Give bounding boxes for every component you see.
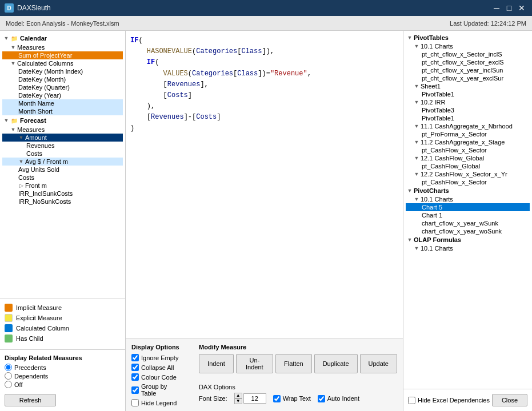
- off-radio-item[interactable]: Off: [5, 381, 121, 388]
- wrap-text-item[interactable]: Wrap Text: [273, 395, 311, 402]
- pt-sheet1-toggle[interactable]: ▼: [414, 83, 419, 89]
- chart-cflow-wsunk[interactable]: chart_cflow_x_year_wSunk: [406, 219, 530, 227]
- front-m-toggle[interactable]: ▷: [18, 183, 24, 188]
- pt-12-2-sector-yr[interactable]: ▼ 12.2 CashFlow_x_Sector_x_Yr: [406, 170, 530, 178]
- amount-item[interactable]: ▼ Amount: [2, 134, 123, 142]
- calc-columns-toggle[interactable]: ▼: [10, 61, 16, 66]
- pt-cflow-year-incl[interactable]: pt_cht_cflow_x_year_inclSun: [406, 66, 530, 74]
- auto-indent-item[interactable]: Auto Indent: [318, 395, 359, 402]
- pt-cflow-incls[interactable]: pt_cht_cflow_x_Sector_inclS: [406, 50, 530, 58]
- forecast-section[interactable]: ▼ 📁 Forecast: [2, 115, 123, 126]
- costs-item[interactable]: Costs: [2, 174, 123, 182]
- costs-child-item[interactable]: Costs: [2, 150, 123, 158]
- avg-units-item[interactable]: Avg Units Sold: [2, 166, 123, 174]
- pt-cflow-year-excl[interactable]: pt_cht_cflow_x_year_exclSur: [406, 74, 530, 82]
- calendar-toggle[interactable]: ▼: [3, 35, 9, 41]
- pt-cashflow-global[interactable]: pt_CashFlow_Global: [406, 162, 530, 170]
- datekey-quarter-item[interactable]: DateKey (Quarter): [2, 83, 123, 91]
- datekey-month-index-item[interactable]: DateKey (Month Index): [2, 67, 123, 75]
- pt-12-1-toggle[interactable]: ▼: [414, 155, 419, 161]
- month-short-item[interactable]: Month Short: [2, 107, 123, 115]
- pivot-tables-section[interactable]: ▼ PivotTables: [406, 33, 530, 42]
- auto-indent-checkbox[interactable]: [318, 395, 325, 402]
- code-editor[interactable]: IF( HASONEVALUE(Categories[Class]), IF( …: [126, 31, 403, 339]
- hide-legend-checkbox[interactable]: [131, 399, 139, 406]
- dependents-radio[interactable]: [5, 372, 12, 380]
- pt-11-1-toggle[interactable]: ▼: [414, 123, 419, 129]
- avg-front-item[interactable]: ▼ Avg $ / Front m: [2, 158, 123, 166]
- pt-10-1-toggle[interactable]: ▼: [414, 43, 419, 49]
- window-close-button[interactable]: ✕: [516, 2, 527, 14]
- refresh-button[interactable]: Refresh: [5, 394, 56, 406]
- pt-12-2-toggle[interactable]: ▼: [414, 171, 419, 177]
- ignore-empty-checkbox[interactable]: [131, 354, 139, 361]
- minimize-button[interactable]: ─: [491, 2, 502, 14]
- pivot-charts-section[interactable]: ▼ PivotCharts: [406, 186, 530, 195]
- amount-toggle[interactable]: ▼: [18, 135, 24, 140]
- wrap-text-checkbox[interactable]: [273, 395, 281, 402]
- olap-toggle[interactable]: ▼: [407, 237, 413, 243]
- collapse-all-item[interactable]: Collapse All: [131, 364, 182, 371]
- pt-12-1-global[interactable]: ▼ 12.1 CashFlow_Global: [406, 154, 530, 162]
- irr-no-item[interactable]: IRR_NoSunkCosts: [2, 198, 123, 206]
- chart-cflow-wosunk[interactable]: chart_cflow_x_year_woSunk: [406, 227, 530, 235]
- off-radio[interactable]: [5, 381, 12, 388]
- precedents-radio[interactable]: [5, 364, 12, 371]
- precedents-radio-item[interactable]: Precedents: [5, 364, 121, 371]
- chart-1-item[interactable]: Chart 1: [406, 211, 530, 219]
- pt-sheet1[interactable]: ▼ Sheet1: [406, 82, 530, 90]
- unindent-button[interactable]: Un-Indent: [236, 354, 273, 373]
- font-size-down[interactable]: ▼: [234, 398, 242, 404]
- sum-project-year-item[interactable]: Sum of ProjectYear: [2, 51, 123, 59]
- calendar-section[interactable]: ▼ 📁 Calendar: [2, 33, 123, 43]
- pc-10-1-toggle[interactable]: ▼: [414, 196, 419, 202]
- update-button[interactable]: Update: [360, 354, 397, 373]
- pt-cflow-excls[interactable]: pt_cht_cflow_x_Sector_exclS: [406, 58, 530, 66]
- olap-10-1-toggle[interactable]: ▼: [414, 245, 419, 251]
- measures-toggle[interactable]: ▼: [10, 45, 16, 50]
- month-name-item[interactable]: Month Name: [2, 99, 123, 107]
- pt-cashflow-sector[interactable]: pt_CashFlow_x_Sector: [406, 146, 530, 154]
- pt-11-2-cash[interactable]: ▼ 11.2 CashAggregate_x_Stage: [406, 138, 530, 146]
- pt-pivottable3[interactable]: PivotTable3: [406, 106, 530, 114]
- olap-10-1-charts[interactable]: ▼ 10.1 Charts: [406, 244, 530, 252]
- maximize-button[interactable]: □: [503, 2, 515, 14]
- pt-pivottable1-a[interactable]: PivotTable1: [406, 90, 530, 98]
- pt-10-1-charts[interactable]: ▼ 10.1 Charts: [406, 42, 530, 50]
- font-size-input[interactable]: 12: [243, 393, 266, 404]
- colour-code-checkbox[interactable]: [131, 373, 139, 381]
- pt-11-2-toggle[interactable]: ▼: [414, 139, 419, 145]
- revenues-child-item[interactable]: Revenues: [2, 142, 123, 150]
- pivot-charts-toggle[interactable]: ▼: [407, 188, 413, 194]
- right-tree-area[interactable]: ▼ PivotTables ▼ 10.1 Charts pt_cht_cflow…: [403, 31, 532, 389]
- group-by-table-checkbox[interactable]: [131, 386, 139, 394]
- calc-columns-folder[interactable]: ▼ Calculated Columns: [2, 59, 123, 67]
- pt-proforma[interactable]: pt_ProForma_x_Sector: [406, 130, 530, 138]
- hide-legend-item[interactable]: Hide Legend: [131, 399, 182, 406]
- forecast-measures-folder[interactable]: ▼ Measures: [2, 126, 123, 134]
- avg-front-toggle[interactable]: ▼: [18, 159, 24, 164]
- olap-section[interactable]: ▼ OLAP Formulas: [406, 235, 530, 244]
- pc-10-1-charts[interactable]: ▼ 10.1 Charts: [406, 195, 530, 203]
- colour-code-item[interactable]: Colour Code: [131, 373, 182, 381]
- measures-folder[interactable]: ▼ Measures: [2, 43, 123, 51]
- forecast-toggle[interactable]: ▼: [3, 118, 9, 123]
- pt-10-2-toggle[interactable]: ▼: [414, 99, 419, 105]
- indent-button[interactable]: Indent: [199, 354, 234, 373]
- pt-cashflow-sector-b[interactable]: pt_CashFlow_x_Sector: [406, 178, 530, 186]
- datekey-month-item[interactable]: DateKey (Month): [2, 75, 123, 83]
- front-m-item[interactable]: ▷ Front m: [2, 182, 123, 190]
- dependents-radio-item[interactable]: Dependents: [5, 372, 121, 380]
- pivot-tables-toggle[interactable]: ▼: [407, 35, 413, 41]
- irr-incl-item[interactable]: IRR_InclSunkCosts: [2, 190, 123, 198]
- flatten-button[interactable]: Flatten: [275, 354, 312, 373]
- close-main-button[interactable]: Close: [492, 394, 527, 406]
- forecast-measures-toggle[interactable]: ▼: [10, 127, 16, 132]
- duplicate-button[interactable]: Duplicate: [314, 354, 358, 373]
- group-by-table-item[interactable]: Group by Table: [131, 383, 182, 397]
- ignore-empty-item[interactable]: Ignore Empty: [131, 354, 182, 361]
- pt-pivottable1-b[interactable]: PivotTable1: [406, 114, 530, 122]
- datekey-year-item[interactable]: DateKey (Year): [2, 91, 123, 99]
- chart-5-item[interactable]: Chart 5: [406, 203, 530, 211]
- collapse-all-checkbox[interactable]: [131, 364, 139, 371]
